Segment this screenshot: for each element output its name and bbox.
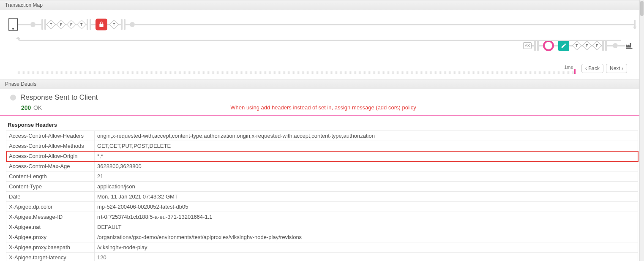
header-name: Content-Length: [6, 171, 95, 182]
table-row[interactable]: X-Apigee.natDEFAULT: [6, 222, 638, 232]
table-row[interactable]: X-Apigee.target-latency120: [6, 253, 638, 261]
diamond-label: T: [576, 44, 578, 48]
timeline-label: 1ms: [564, 65, 573, 70]
header-value: application/json: [95, 182, 638, 192]
timeline-row: 1ms ‹ Back Next ›: [8, 64, 636, 77]
header-name: X-Apigee.dp.color: [6, 202, 95, 212]
lock-icon[interactable]: [96, 19, 107, 30]
condition-diamond[interactable]: F: [67, 20, 76, 30]
header-name: Access-Control-Max-Age: [6, 161, 95, 171]
condition-diamond[interactable]: F: [582, 41, 592, 51]
diamond-label: T: [80, 22, 83, 27]
flow-barrier: [534, 40, 539, 51]
flow-node[interactable]: [30, 22, 35, 27]
flow-connector: [607, 45, 613, 46]
header-value: 3628800,3628800: [95, 161, 638, 171]
condition-diamond[interactable]: F: [57, 20, 66, 30]
table-row[interactable]: DateMon, 11 Jan 2021 07:43:32 GMT: [6, 192, 638, 202]
condition-diamond[interactable]: T: [46, 20, 56, 30]
header-value: 21: [95, 171, 638, 182]
assign-message-icon[interactable]: [558, 40, 569, 51]
flow-barrier: [87, 19, 91, 30]
header-name: Date: [6, 192, 95, 202]
header-value: rrt-0f725374b1cb188f5-a-eu-371-13201664-…: [95, 212, 638, 222]
next-button[interactable]: Next ›: [606, 64, 627, 73]
flow-connector: [554, 45, 558, 46]
flow-node[interactable]: [613, 43, 618, 48]
diamond-label: F: [596, 44, 598, 48]
table-row[interactable]: Access-Control-Allow-Headersorigin,x-req…: [6, 131, 638, 141]
condition-diamond[interactable]: F: [592, 41, 602, 51]
selected-step-icon[interactable]: [543, 40, 554, 51]
analytics-icon[interactable]: AX: [523, 42, 532, 49]
flow-connector: [18, 24, 30, 25]
header-name: Content-Type: [6, 182, 95, 192]
header-name: X-Apigee.nat: [6, 222, 95, 232]
flow-barrier: [602, 40, 607, 51]
target-backend-icon: [625, 42, 633, 49]
flow-connector-long: [135, 24, 634, 25]
table-row[interactable]: Access-Control-Allow-MethodsGET,GET,PUT,…: [6, 141, 638, 151]
phase-dot-icon: [10, 95, 16, 101]
status-code: 200: [21, 104, 31, 111]
scrollbar-thumb[interactable]: [640, 1, 644, 16]
table-row[interactable]: X-Apigee.dp.colormp-524-200406-0020052-l…: [6, 202, 638, 212]
header-name: X-Apigee.target-latency: [6, 253, 95, 261]
transaction-map-header: Transaction Map: [0, 0, 644, 10]
flow-barrier: [121, 19, 126, 30]
diamond-label: T: [50, 22, 52, 27]
diamond-label: F: [60, 22, 63, 27]
condition-diamond[interactable]: T: [572, 41, 582, 51]
flow-connector: [539, 45, 543, 46]
response-flow-line: AX TFF: [8, 40, 636, 51]
header-value: mp-524-200406-0020052-latest-db05: [95, 202, 638, 212]
header-value: *,*: [95, 151, 638, 161]
header-value: GET,GET,PUT,POST,DELETE: [95, 141, 638, 151]
table-row[interactable]: Content-Typeapplication/json: [6, 182, 638, 192]
table-row[interactable]: X-Apigee.proxy.basepath/viksinghv-node-p…: [6, 242, 638, 253]
status-text: OK: [33, 104, 42, 111]
table-row[interactable]: X-Apigee.Message-IDrrt-0f725374b1cb188f5…: [6, 212, 638, 222]
header-value: /organizations/gsc-demo/environments/tes…: [95, 232, 638, 242]
table-row[interactable]: X-Apigee.proxy/organizations/gsc-demo/en…: [6, 232, 638, 242]
header-name: X-Apigee.Message-ID: [6, 212, 95, 222]
condition-diamond[interactable]: T: [109, 20, 119, 30]
header-name: Access-Control-Allow-Origin: [6, 151, 95, 161]
phase-title: Response Sent to Client: [20, 93, 98, 102]
header-value: Mon, 11 Jan 2021 07:43:32 GMT: [95, 192, 638, 202]
annotation-note: When using add headers instead of set in…: [10, 104, 636, 111]
timeline-marker[interactable]: [574, 69, 576, 74]
header-name: Access-Control-Allow-Headers: [6, 131, 95, 141]
client-icon: [8, 18, 18, 31]
back-button[interactable]: ‹ Back: [581, 64, 603, 73]
phase-title-row: Response Sent to Client: [10, 93, 636, 102]
diamond-label: T: [113, 22, 115, 27]
diamond-label: F: [586, 44, 588, 48]
flow-connector: [618, 45, 625, 46]
table-row[interactable]: Content-Length21: [6, 171, 638, 182]
diamond-label: F: [70, 22, 73, 27]
header-value: origin,x-requested-with,accept,content-t…: [95, 131, 638, 141]
transaction-map: TFFT T AX TFF: [0, 10, 644, 79]
phase-details-header: Phase Details: [0, 79, 644, 89]
response-headers-title: Response Headers: [6, 119, 638, 130]
timeline-track[interactable]: [17, 71, 576, 74]
vertical-scrollbar[interactable]: [639, 0, 644, 261]
header-value: DEFAULT: [95, 222, 638, 232]
table-row[interactable]: Access-Control-Allow-Origin*,*: [6, 151, 638, 161]
header-value: /viksinghv-node-play: [95, 242, 638, 253]
response-headers-table: Access-Control-Allow-Headersorigin,x-req…: [6, 130, 638, 261]
response-return-connector: [18, 37, 621, 41]
flow-connector: [35, 24, 41, 25]
flow-down-arrow-icon: [634, 20, 636, 29]
table-row[interactable]: Access-Control-Max-Age3628800,3628800: [6, 161, 638, 171]
header-value: 120: [95, 253, 638, 261]
header-name: X-Apigee.proxy: [6, 232, 95, 242]
flow-barrier: [41, 19, 46, 30]
header-name: X-Apigee.proxy.basepath: [6, 242, 95, 253]
flow-connector: [126, 24, 130, 25]
flow-connector: [91, 24, 96, 25]
request-flow-line: TFFT T: [8, 18, 636, 31]
flow-node[interactable]: [130, 22, 135, 27]
condition-diamond[interactable]: T: [77, 20, 87, 30]
